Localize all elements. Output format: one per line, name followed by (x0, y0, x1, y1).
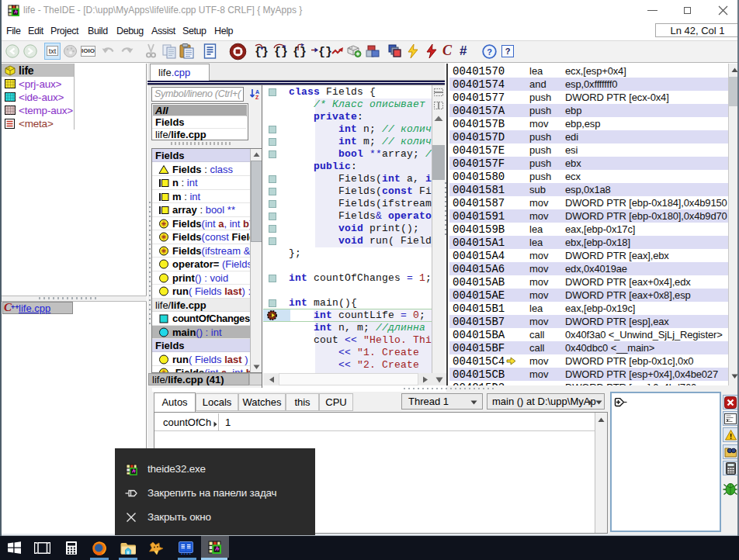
svg-text:{}: {} (293, 46, 307, 59)
svg-text:{}: {} (274, 46, 287, 59)
svg-text:?: ? (487, 47, 492, 57)
svg-text:Z: Z (255, 95, 259, 100)
svg-text:A: A (255, 89, 259, 95)
svg-text:{}: {} (318, 46, 332, 59)
